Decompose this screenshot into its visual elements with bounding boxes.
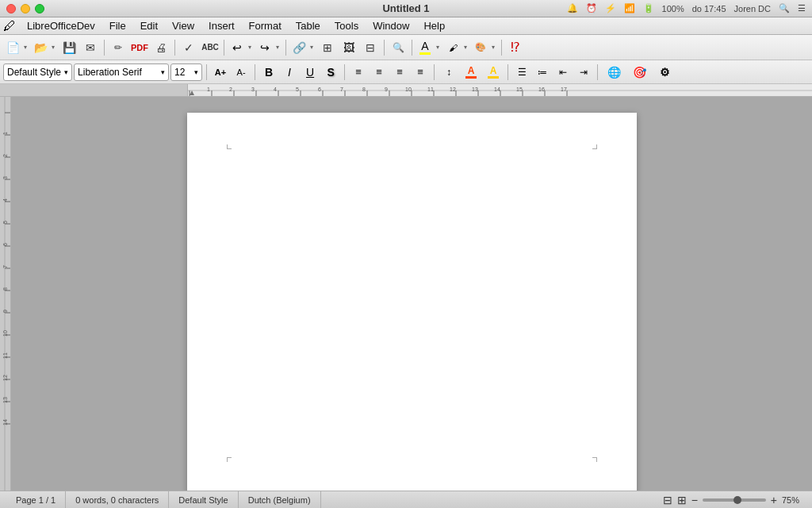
menu-table[interactable]: Table xyxy=(289,18,327,33)
titlebar: Untitled 1 🔔 ⏰ ⚡ 📶 🔋 100% do 17:45 Joren… xyxy=(0,0,812,17)
indent-button[interactable]: ⇥ xyxy=(574,64,593,81)
autospell-button[interactable]: ABC xyxy=(200,38,220,57)
svg-text:13: 13 xyxy=(2,397,8,403)
menu-tools[interactable]: Tools xyxy=(328,18,365,33)
zoom-out-button[interactable]: − xyxy=(691,494,698,506)
menu-insert[interactable]: Insert xyxy=(202,18,241,33)
style-indicator: Default Style xyxy=(169,491,238,508)
insert-frame-button[interactable]: ⊞ xyxy=(317,38,338,57)
style-value: Default Style xyxy=(7,67,61,78)
menu-app[interactable]: LibreOfficeDev xyxy=(21,18,102,33)
svg-text:2: 2 xyxy=(229,87,232,92)
decrease-font-button[interactable]: A- xyxy=(232,64,251,81)
align-left-button[interactable]: ≡ xyxy=(349,64,368,81)
insert-table-button[interactable]: ⊟ xyxy=(360,38,381,57)
font-size-value: 12 xyxy=(174,67,185,78)
table-btn[interactable]: 🌐 xyxy=(602,64,626,81)
align-right-button[interactable]: ≡ xyxy=(390,64,409,81)
svg-text:12: 12 xyxy=(450,87,456,92)
highlight-fmt-button[interactable]: A xyxy=(483,64,504,81)
italic-button[interactable]: I xyxy=(280,64,299,81)
menu-help[interactable]: Help xyxy=(417,18,451,33)
paragraph-style-select[interactable]: Default Style ▾ xyxy=(3,64,72,81)
separator xyxy=(104,40,105,56)
special-btn[interactable]: ⚙ xyxy=(653,64,676,81)
toolbar2: Default Style ▾ Liberation Serif ▾ 12 ▾ … xyxy=(0,60,812,84)
new-icon: 📄 xyxy=(4,38,21,57)
app-logo: 🖊 xyxy=(3,19,16,33)
font-name-select[interactable]: Liberation Serif ▾ xyxy=(74,64,169,81)
redo-button[interactable]: ↪ ▾ xyxy=(255,38,282,57)
print-button[interactable]: 🖨 xyxy=(151,38,171,57)
new-button[interactable]: 📄 ▾ xyxy=(3,38,30,57)
svg-text:1: 1 xyxy=(2,132,8,135)
svg-text:10: 10 xyxy=(2,330,8,337)
font-size-select[interactable]: 12 ▾ xyxy=(170,64,202,81)
statusbar: Page 1 / 1 0 words, 0 characters Default… xyxy=(0,491,812,508)
menu-edit[interactable]: Edit xyxy=(134,18,164,33)
svg-text:14: 14 xyxy=(494,87,500,92)
form-btn[interactable]: 🎯 xyxy=(627,64,651,81)
minimize-button[interactable] xyxy=(21,4,30,13)
separator6 xyxy=(412,40,412,56)
export-pdf-button[interactable]: PDF xyxy=(129,38,150,57)
align-center-button[interactable]: ≡ xyxy=(370,64,389,81)
svg-text:4: 4 xyxy=(274,87,277,92)
menu-file[interactable]: File xyxy=(103,18,132,33)
main-area: 1 2 3 4 5 6 7 8 9 10 11 12 13 14 xyxy=(0,97,812,491)
vertical-ruler: 1 2 3 4 5 6 7 8 9 10 11 12 13 14 xyxy=(0,97,11,491)
highlight-color-button[interactable]: 🖌 ▾ xyxy=(443,38,470,57)
save-button[interactable]: 💾 xyxy=(59,38,79,57)
battery-icon: 🔋 xyxy=(643,3,654,13)
underline-button[interactable]: U xyxy=(301,64,320,81)
justify-button[interactable]: ≡ xyxy=(411,64,430,81)
email-button[interactable]: ✉ xyxy=(80,38,101,57)
layout-icon[interactable]: ⊟ xyxy=(663,494,672,506)
separator7 xyxy=(501,40,502,56)
font-color-fmt-button[interactable]: A xyxy=(461,64,481,81)
insert-image-button[interactable]: 🖼 xyxy=(339,38,359,57)
ordered-list-button[interactable]: ≔ xyxy=(533,64,552,81)
line-spacing-button[interactable]: ↕ xyxy=(439,64,459,81)
search-icon[interactable]: 🔍 xyxy=(779,3,790,13)
separator-fmt1 xyxy=(206,64,207,80)
bluetooth-icon: ⚡ xyxy=(605,3,616,13)
zoom-slider[interactable] xyxy=(703,498,766,502)
layout-icon2[interactable]: ⊞ xyxy=(677,494,687,506)
close-button[interactable] xyxy=(6,4,16,13)
increase-font-button[interactable]: A+ xyxy=(211,64,230,81)
zoom-level[interactable]: 75% xyxy=(782,495,806,505)
maximize-button[interactable] xyxy=(35,4,44,13)
svg-text:13: 13 xyxy=(472,87,478,92)
corner-mark-bl xyxy=(227,457,232,462)
find-bar-button[interactable]: 🔍 xyxy=(388,38,408,57)
edit-mode-button[interactable]: ✏ xyxy=(108,38,128,57)
svg-text:17: 17 xyxy=(561,87,567,92)
status-right-area: ⊟ ⊞ − + 75% xyxy=(663,494,806,506)
word-count: 0 words, 0 characters xyxy=(66,491,169,508)
outdent-button[interactable]: ⇤ xyxy=(553,64,573,81)
zoom-in-button[interactable]: + xyxy=(771,494,777,506)
font-color-button[interactable]: A ▾ xyxy=(416,38,442,57)
separator-fmt2 xyxy=(255,64,255,80)
user-text: Joren DC xyxy=(734,4,771,13)
bold-button[interactable]: B xyxy=(259,64,278,81)
separator3 xyxy=(224,40,224,56)
menu-window[interactable]: Window xyxy=(366,18,416,33)
document-area[interactable] xyxy=(11,97,812,491)
zoom-thumb xyxy=(733,496,741,504)
svg-text:6: 6 xyxy=(2,243,8,246)
spellcheck-button[interactable]: ✓ xyxy=(178,38,199,57)
undo-button[interactable]: ↩ ▾ xyxy=(228,38,255,57)
open-button[interactable]: 📂 ▾ xyxy=(31,38,58,57)
unordered-list-button[interactable]: ☰ xyxy=(512,64,531,81)
table-color-button[interactable]: 🎨 ▾ xyxy=(471,38,498,57)
menu-format[interactable]: Format xyxy=(243,18,288,33)
insert-hyperlink-button[interactable]: 🔗 ▾ xyxy=(289,38,316,57)
menu-icon[interactable]: ☰ xyxy=(798,3,806,13)
shadow-button[interactable]: S xyxy=(321,64,340,81)
help-button[interactable]: ⁉ xyxy=(505,38,526,57)
svg-text:10: 10 xyxy=(405,87,412,92)
document-page[interactable] xyxy=(187,113,637,491)
menu-view[interactable]: View xyxy=(166,18,201,33)
